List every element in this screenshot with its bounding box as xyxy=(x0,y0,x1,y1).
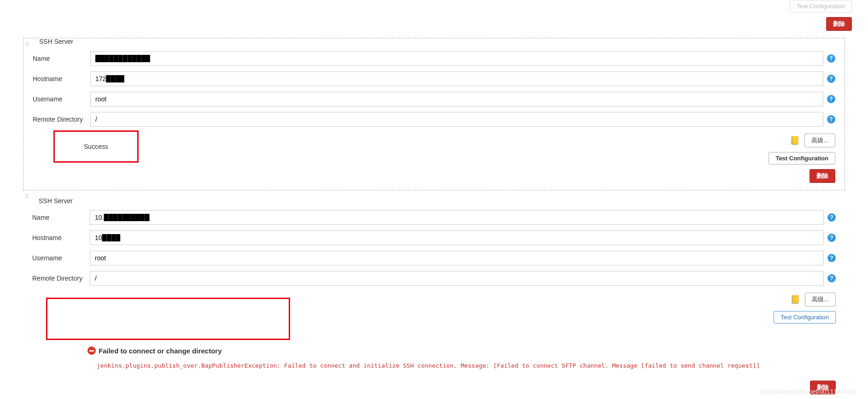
help-icon[interactable]: ? xyxy=(827,115,835,123)
help-icon[interactable]: ? xyxy=(827,274,836,282)
name-label: Name xyxy=(33,55,90,62)
hostname-input[interactable] xyxy=(90,71,823,86)
name-label: Name xyxy=(32,214,90,221)
success-status-highlight: Success xyxy=(53,130,139,163)
name-input[interactable] xyxy=(90,51,823,66)
help-icon[interactable]: ? xyxy=(827,254,836,262)
help-icon[interactable]: ? xyxy=(827,213,836,222)
test-configuration-button[interactable]: Test Configuration xyxy=(769,152,835,164)
help-icon[interactable]: ? xyxy=(827,54,835,63)
ssh-server-section-2: ⠿ SSH Server Name ? Hostname ? Username … xyxy=(23,193,845,399)
advanced-button[interactable]: 高级... xyxy=(805,293,836,306)
remote-directory-label: Remote Directory xyxy=(32,275,90,282)
hostname-label: Hostname xyxy=(32,234,90,241)
failure-title: Failed to connect or change directory xyxy=(99,347,222,355)
notepad-icon: 📒 xyxy=(790,135,800,146)
delete-button[interactable]: 删除 xyxy=(826,17,852,31)
help-icon[interactable]: ? xyxy=(827,75,835,83)
delete-button[interactable]: 删除 xyxy=(810,169,835,183)
error-icon xyxy=(87,346,96,355)
failure-status-highlight xyxy=(46,298,290,340)
test-configuration-button[interactable]: Test Configuration xyxy=(790,0,852,12)
notepad-icon: 📒 xyxy=(790,294,800,305)
username-input[interactable] xyxy=(90,92,823,106)
failure-message: jenkins.plugins.publish_over.BapPublishe… xyxy=(97,362,836,369)
hostname-input[interactable] xyxy=(90,230,824,245)
help-icon[interactable]: ? xyxy=(827,234,836,242)
watermark: https://blog.csdn.net/u011142403 xyxy=(760,388,855,395)
section-legend: SSH Server xyxy=(39,197,836,205)
username-label: Username xyxy=(32,254,90,262)
ssh-server-section-1: ⠿ SSH Server Name ? Hostname ? Username … xyxy=(23,38,845,190)
remote-directory-input[interactable] xyxy=(90,271,824,286)
success-status: Success xyxy=(84,143,108,150)
drag-handle-icon[interactable]: ⠿ xyxy=(25,41,29,47)
username-input[interactable] xyxy=(90,251,824,265)
name-input[interactable] xyxy=(90,210,824,225)
hostname-label: Hostname xyxy=(33,75,90,82)
section-legend: SSH Server xyxy=(37,38,75,45)
username-label: Username xyxy=(33,95,90,103)
drag-handle-icon[interactable]: ⠿ xyxy=(25,194,29,200)
remote-directory-input[interactable] xyxy=(90,112,823,127)
remote-directory-label: Remote Directory xyxy=(33,116,90,123)
advanced-button[interactable]: 高级... xyxy=(804,134,835,147)
help-icon[interactable]: ? xyxy=(827,95,835,103)
test-configuration-button[interactable]: Test Configuration xyxy=(774,311,836,323)
